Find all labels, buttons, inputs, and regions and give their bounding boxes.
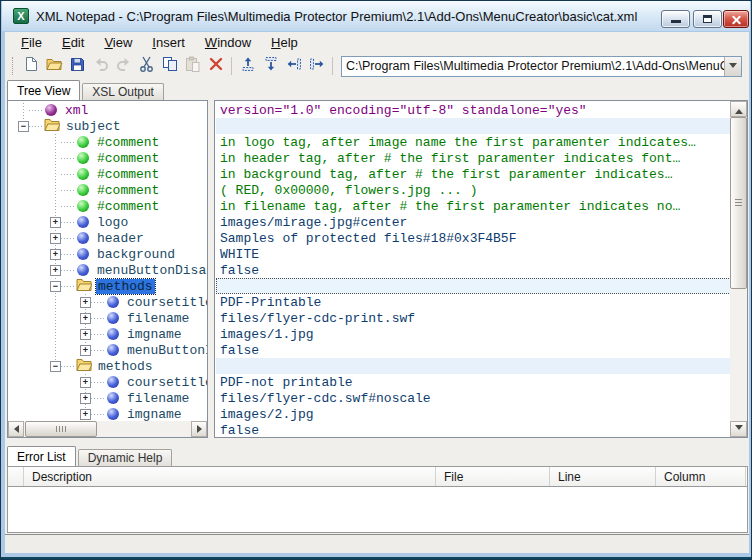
node-value-row[interactable]: version="1.0" encoding="utf-8" standalon… (216, 102, 731, 118)
close-button[interactable] (723, 10, 749, 28)
node-value-row[interactable]: ( RED, 0x00000, flowers.jpg ... ) (216, 182, 731, 198)
node-value-row[interactable]: false (216, 422, 731, 438)
tab-tree-view[interactable]: Tree View (7, 80, 80, 100)
collapse-icon[interactable]: − (50, 281, 61, 292)
tree-node-logo[interactable]: +logo (8, 214, 130, 230)
menu-help[interactable]: Help (261, 32, 308, 52)
expand-icon[interactable]: + (50, 265, 61, 276)
tree-node-methods[interactable]: −methods (8, 358, 155, 374)
node-value-row[interactable]: images/mirage.jpg#center (216, 214, 731, 230)
tree-node-label[interactable]: methods (96, 359, 155, 374)
node-value-row[interactable]: images/1.jpg (216, 326, 731, 342)
node-value-row[interactable]: files/flyer-cdc.swf#noscale (216, 390, 731, 406)
value-vertical-scrollbar[interactable] (730, 101, 747, 437)
tree-node-filename[interactable]: +filename (8, 390, 191, 406)
tab-dynamic-help[interactable]: Dynamic Help (78, 449, 173, 466)
node-value-row[interactable]: files/flyer-cdc-print.swf (216, 310, 731, 326)
scroll-left-button[interactable] (8, 421, 24, 437)
tree-node-label[interactable]: header (95, 231, 146, 246)
expand-icon[interactable]: + (50, 233, 61, 244)
node-value-row[interactable] (216, 278, 731, 294)
save-button[interactable] (66, 55, 89, 77)
tree-node-label[interactable]: imgname (125, 327, 184, 342)
node-value-row[interactable] (216, 358, 731, 374)
minimize-button[interactable] (661, 10, 690, 28)
node-value-row[interactable]: in header tag, after # the first paramen… (216, 150, 731, 166)
node-value-row[interactable]: in background tag, after # the first par… (216, 166, 731, 182)
redo-button[interactable] (112, 55, 135, 77)
tree-node-header[interactable]: +header (8, 230, 146, 246)
tree-node-imgname[interactable]: +imgname (8, 326, 184, 342)
node-value-row[interactable] (216, 118, 731, 134)
node-value-pane[interactable]: version="1.0" encoding="utf-8" standalon… (214, 100, 748, 438)
node-value-row[interactable]: Samples of protected files#18#0x3F4B5F (216, 230, 731, 246)
tree-node-subject[interactable]: −subject (8, 118, 123, 134)
expand-icon[interactable]: + (80, 409, 91, 420)
scroll-down-button[interactable] (730, 421, 747, 437)
tree-node-menuButtonI[interactable]: +menuButtonI (8, 342, 208, 358)
restore-button[interactable] (693, 10, 722, 28)
tree-node-background[interactable]: +background (8, 246, 177, 262)
undo-button[interactable] (89, 55, 112, 77)
menu-file[interactable]: File (11, 32, 52, 52)
new-document-button[interactable] (20, 55, 43, 77)
expand-icon[interactable]: + (80, 329, 91, 340)
address-combobox[interactable]: C:\Program Files\Multimedia Protector Pr… (341, 56, 742, 77)
tree-node-#comment[interactable]: +#comment (8, 166, 161, 182)
expand-icon[interactable]: + (80, 393, 91, 404)
expand-icon[interactable]: + (50, 249, 61, 260)
node-value-row[interactable]: false (216, 262, 731, 278)
error-list-body[interactable] (7, 487, 748, 533)
tree-node-label[interactable]: #comment (95, 167, 161, 182)
tree-node-label[interactable]: coursetitle (125, 295, 208, 310)
node-value-row[interactable]: in logo tag, after image name the first … (216, 134, 731, 150)
nudge-down-button[interactable] (259, 55, 282, 77)
tree-node-menuButtonDisab[interactable]: +menuButtonDisab (8, 262, 208, 278)
node-value-row[interactable]: in filename tag, after # the first param… (216, 198, 731, 214)
tree-node-label[interactable]: xml (63, 103, 90, 118)
tree-node-label[interactable]: methods (96, 279, 155, 294)
tree-node-methods[interactable]: −methods (8, 278, 155, 294)
collapse-icon[interactable]: − (18, 121, 29, 132)
tree-node-xml[interactable]: +xml (8, 102, 90, 118)
scrollbar-thumb[interactable] (25, 421, 97, 437)
scrollbar-thumb[interactable] (730, 117, 747, 289)
tree-node-label[interactable]: #comment (95, 199, 161, 214)
node-value-row[interactable]: PDF-not printable (216, 374, 731, 390)
nudge-right-button[interactable] (305, 55, 328, 77)
tree-view-pane[interactable]: +xml−subject+#comment+#comment+#comment+… (7, 100, 208, 438)
collapse-icon[interactable]: − (50, 361, 61, 372)
node-value-row[interactable]: images/2.jpg (216, 406, 731, 422)
node-value-row[interactable]: PDF-Printable (216, 294, 731, 310)
tree-node-#comment[interactable]: +#comment (8, 198, 161, 214)
tree-node-label[interactable]: menuButtonI (125, 343, 208, 358)
tab-error-list[interactable]: Error List (7, 446, 76, 466)
tree-node-coursetitle[interactable]: +coursetitle (8, 294, 208, 310)
tree-node-label[interactable]: subject (64, 119, 123, 134)
column-header-line[interactable]: Line (550, 467, 656, 486)
tree-node-#comment[interactable]: +#comment (8, 150, 161, 166)
tree-node-label[interactable]: #comment (95, 151, 161, 166)
expand-icon[interactable]: + (80, 297, 91, 308)
column-header-file[interactable]: File (436, 467, 550, 486)
toolbar-grip[interactable] (12, 57, 15, 75)
tree-node-imgname[interactable]: +imgname (8, 406, 184, 422)
tree-node-label[interactable]: imgname (125, 407, 184, 422)
copy-button[interactable] (158, 55, 181, 77)
tree-node-#comment[interactable]: +#comment (8, 134, 161, 150)
delete-button[interactable] (204, 55, 227, 77)
nudge-up-button[interactable] (236, 55, 259, 77)
menu-insert[interactable]: Insert (142, 32, 195, 52)
title-bar[interactable]: X XML Notepad - C:\Program Files\Multime… (2, 1, 750, 31)
menu-window[interactable]: Window (195, 32, 261, 52)
node-value-row[interactable]: WHITE (216, 246, 731, 262)
address-value[interactable]: C:\Program Files\Multimedia Protector Pr… (342, 59, 724, 73)
tree-node-coursetitle[interactable]: +coursetitle (8, 374, 208, 390)
tree-node-#comment[interactable]: +#comment (8, 182, 161, 198)
tree-node-label[interactable]: filename (125, 391, 191, 406)
tree-node-label[interactable]: #comment (95, 183, 161, 198)
expand-icon[interactable]: + (80, 345, 91, 356)
tree-node-label[interactable]: #comment (95, 135, 161, 150)
address-dropdown-button[interactable] (724, 57, 741, 76)
tab-xsl-output[interactable]: XSL Output (82, 83, 164, 100)
